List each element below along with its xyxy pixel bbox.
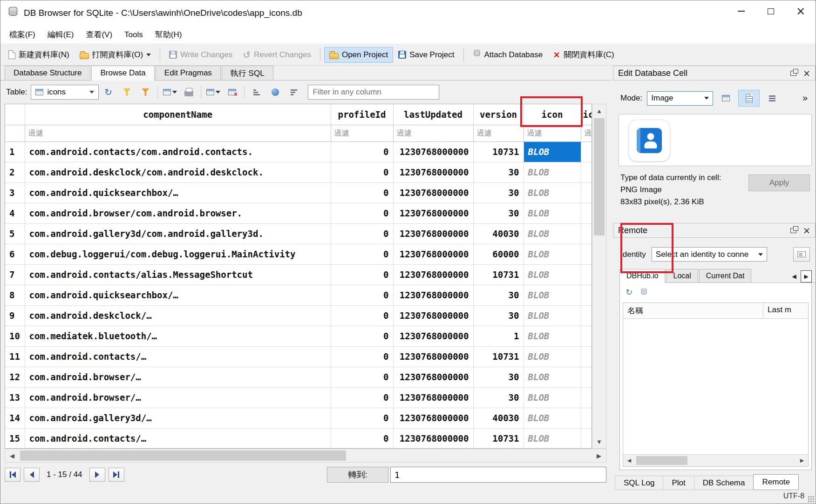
save-project-button[interactable]: Save Project (393, 47, 459, 63)
revert-changes-button[interactable]: ↺ Revert Changes (238, 47, 316, 63)
write-changes-button[interactable]: Write Changes (164, 47, 238, 63)
tabs-scroll-right-icon[interactable]: ▶ (801, 270, 812, 282)
cell-icon-blob[interactable]: BLOB (524, 428, 581, 449)
cell-icon-blob[interactable]: BLOB (524, 387, 581, 408)
last-record-button[interactable] (109, 468, 124, 482)
cell-component-name[interactable]: com.debug.loggerui/com.debug.loggerui.Ma… (25, 244, 331, 264)
cell-icon-blob[interactable]: BLOB (524, 162, 581, 182)
row-number[interactable]: 4 (5, 203, 25, 223)
filter-version[interactable]: 過濾 (473, 125, 524, 141)
cell-profile-id[interactable]: 0 (331, 244, 393, 264)
cell-version[interactable]: 30 (473, 285, 524, 305)
tab-local[interactable]: Local (666, 269, 698, 282)
cell-partial[interactable] (581, 203, 592, 223)
cell-profile-id[interactable]: 0 (331, 326, 393, 346)
cell-version[interactable]: 30 (473, 387, 524, 408)
tab-plot[interactable]: Plot (663, 476, 694, 490)
filter-partial[interactable]: 過濾 (581, 125, 592, 141)
scroll-right-icon[interactable]: ▶ (592, 449, 606, 462)
cell-component-name[interactable]: com.android.quicksearchbox/… (25, 285, 331, 305)
remote-scrollbar-thumb[interactable] (636, 456, 687, 465)
header-version[interactable]: version (473, 104, 524, 125)
scroll-up-icon[interactable]: ▲ (592, 104, 606, 117)
row-number[interactable]: 8 (5, 285, 25, 305)
sort-ascending-button[interactable] (247, 84, 266, 101)
cell-last-updated[interactable]: 1230768000000 (393, 305, 473, 326)
tab-execute-sql[interactable]: 執行 SQL (222, 66, 273, 80)
table-select[interactable]: icons (31, 85, 99, 100)
next-record-button[interactable] (89, 468, 105, 482)
encoding-button[interactable] (266, 84, 285, 101)
cell-last-updated[interactable]: 1230768000000 (393, 264, 473, 285)
cell-version[interactable]: 40030 (473, 223, 524, 244)
scroll-left-icon[interactable]: ◀ (5, 449, 19, 462)
remote-scroll-right-icon[interactable]: ▶ (796, 455, 808, 466)
cell-profile-id[interactable]: 0 (331, 264, 393, 285)
cell-version[interactable]: 10731 (473, 346, 524, 367)
grid-horizontal-scrollbar[interactable]: ◀ ▶ (5, 449, 606, 463)
cell-partial[interactable] (581, 182, 592, 203)
print-button[interactable] (179, 84, 198, 101)
cell-last-updated[interactable]: 1230768000000 (393, 141, 473, 162)
scroll-down-icon[interactable]: ▼ (592, 435, 606, 448)
cell-partial[interactable] (581, 264, 592, 285)
cell-last-updated[interactable]: 1230768000000 (393, 244, 473, 264)
cell-profile-id[interactable]: 0 (331, 387, 393, 408)
float-panel-icon[interactable] (790, 71, 796, 76)
cell-partial[interactable] (581, 141, 592, 162)
cell-last-updated[interactable]: 1230768000000 (393, 408, 473, 428)
cell-profile-id[interactable]: 0 (331, 223, 393, 244)
remote-refresh-icon[interactable]: ↻ (626, 288, 632, 296)
cell-partial[interactable] (581, 285, 592, 305)
cell-version[interactable]: 30 (473, 162, 524, 182)
refresh-button[interactable]: ↻ (99, 84, 117, 101)
tab-sql-log[interactable]: SQL Log (615, 476, 663, 490)
cell-last-updated[interactable]: 1230768000000 (393, 367, 473, 387)
cell-icon-blob[interactable]: BLOB (524, 264, 581, 285)
more-tools-chevron-icon[interactable]: » (802, 93, 808, 104)
cell-component-name[interactable]: com.android.deskclock/com.android.deskcl… (25, 162, 331, 182)
filter-profile-id[interactable]: 過濾 (331, 125, 393, 141)
cell-icon-blob[interactable]: BLOB (524, 244, 581, 264)
cell-component-name[interactable]: com.android.contacts/… (25, 428, 331, 449)
grid-vertical-scrollbar[interactable]: ▲ ▼ (592, 104, 606, 449)
attach-database-button[interactable]: Attach Database (468, 46, 548, 63)
tab-browse-data[interactable]: Browse Data (91, 66, 154, 81)
cell-profile-id[interactable]: 0 (331, 182, 393, 203)
cell-icon-blob[interactable]: BLOB (524, 203, 581, 223)
cell-version[interactable]: 10731 (473, 141, 524, 162)
cell-partial[interactable] (581, 408, 592, 428)
remote-clone-icon[interactable] (640, 288, 648, 297)
filter-component-name[interactable]: 過濾 (25, 125, 331, 141)
cell-version[interactable]: 30 (473, 182, 524, 203)
tab-dbhub[interactable]: DBHub.io (619, 269, 665, 283)
cell-profile-id[interactable]: 0 (331, 408, 393, 428)
cell-last-updated[interactable]: 1230768000000 (393, 223, 473, 244)
cell-partial[interactable] (581, 162, 592, 182)
row-number[interactable]: 10 (5, 326, 25, 346)
row-number[interactable]: 7 (5, 264, 25, 285)
close-database-button[interactable]: × 關閉資料庫(C) (548, 46, 619, 63)
row-number[interactable]: 9 (5, 305, 25, 326)
close-panel-icon[interactable]: × (803, 69, 810, 78)
open-database-button[interactable]: 打開資料庫(O) (75, 46, 156, 63)
cell-last-updated[interactable]: 1230768000000 (393, 346, 473, 367)
cell-last-updated[interactable]: 1230768000000 (393, 326, 473, 346)
row-number[interactable]: 14 (5, 408, 25, 428)
new-database-button[interactable]: 新建資料庫(N) (3, 46, 75, 63)
tab-edit-pragmas[interactable]: Edit Pragmas (156, 66, 221, 80)
cell-version[interactable]: 1 (473, 326, 524, 346)
remote-scrollbar-track[interactable] (635, 455, 796, 466)
cell-component-name[interactable]: com.android.gallery3d/… (25, 408, 331, 428)
cell-last-updated[interactable]: 1230768000000 (393, 428, 473, 449)
cell-version[interactable]: 60000 (473, 244, 524, 264)
cell-profile-id[interactable]: 0 (331, 346, 393, 367)
cell-component-name[interactable]: com.mediatek.bluetooth/… (25, 326, 331, 346)
cell-icon-blob[interactable]: BLOB (524, 141, 581, 162)
horizontal-scrollbar-thumb[interactable] (20, 450, 346, 461)
cell-last-updated[interactable]: 1230768000000 (393, 162, 473, 182)
cell-partial[interactable] (581, 387, 592, 408)
new-record-button[interactable] (204, 84, 223, 101)
cell-component-name[interactable]: com.android.gallery3d/com.android.galler… (25, 223, 331, 244)
cell-profile-id[interactable]: 0 (331, 367, 393, 387)
